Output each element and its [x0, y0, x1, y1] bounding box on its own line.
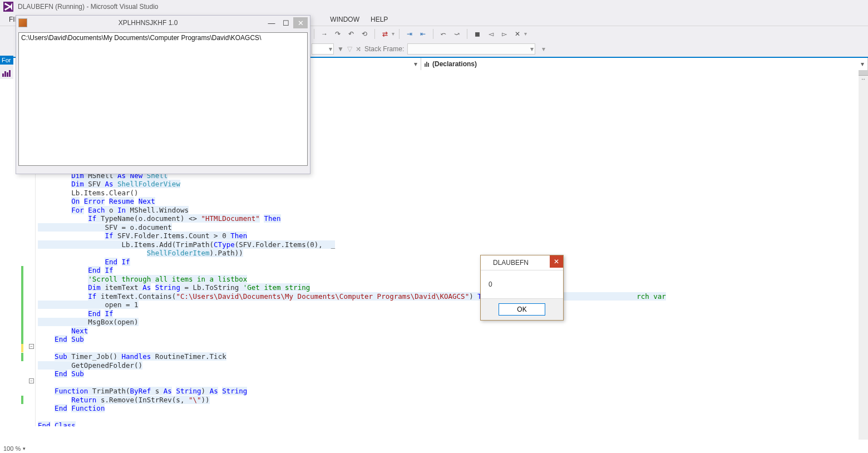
scope-combo-right[interactable]: (Declarations) ▾ [421, 58, 868, 70]
form-tab[interactable]: For [0, 56, 13, 65]
indent-left-icon[interactable]: ⇥ [404, 28, 415, 40]
app-listbox[interactable]: C:\Users\David\Documents\My Documents\Co… [18, 32, 308, 166]
stack-frame-label: Stack Frame: [364, 45, 404, 53]
msgbox-close-button[interactable]: ✕ [550, 255, 563, 268]
members-icon [425, 62, 429, 67]
data-sources-icon[interactable] [2, 68, 11, 77]
collapse-box-icon[interactable]: − [29, 378, 34, 383]
chevron-down-icon[interactable]: ▾ [23, 446, 26, 451]
change-marker [21, 396, 23, 404]
bookmark-clear-icon[interactable]: ✕ [512, 28, 523, 40]
msgbox-ok-button[interactable]: OK [499, 303, 545, 316]
change-marker [21, 266, 23, 344]
process-combo[interactable]: ▾ [312, 43, 334, 55]
running-app-window[interactable]: XPLHHNSJKHF 1.0 — ☐ ✕ C:\Users\David\Doc… [16, 15, 310, 174]
app-window-title: XPLHHNSJKHF 1.0 [32, 19, 264, 27]
sep [314, 29, 314, 39]
change-marker-yellow [21, 344, 23, 352]
step-over-icon[interactable]: ↷ [332, 28, 343, 40]
list-item[interactable]: C:\Users\David\Documents\My Documents\Co… [21, 34, 305, 42]
bookmark-prev-icon[interactable]: ◅ [485, 28, 496, 40]
sep [399, 29, 400, 39]
app-window-titlebar[interactable]: XPLHHNSJKHF 1.0 — ☐ ✕ [16, 16, 310, 30]
sep [433, 29, 433, 39]
bookmark-icon[interactable]: ◼ [472, 28, 483, 40]
nav-fwd-icon[interactable]: ⤻ [451, 28, 462, 40]
sep [467, 29, 467, 39]
indent-right-icon[interactable]: ⇤ [417, 28, 428, 40]
filter-icon[interactable]: ▼ [337, 45, 344, 53]
dropdown-caret-icon[interactable]: ▾ [524, 31, 527, 37]
zoom-indicator[interactable]: 100 % ▾ [0, 444, 26, 453]
app-icon [18, 18, 27, 27]
filter-clear-icon[interactable]: ▽ [347, 45, 352, 53]
chevron-down-icon: ▾ [414, 60, 417, 68]
msgbox-footer: OK [481, 298, 563, 320]
message-box: DLAUBEFN ✕ 0 OK [480, 255, 564, 321]
split-grip-icon[interactable] [859, 70, 868, 76]
collapse-horizontal-icon[interactable]: ↔ [859, 76, 868, 82]
sep [374, 29, 375, 39]
vs-logo-icon [3, 2, 13, 12]
zoom-value: 100 % [3, 445, 21, 452]
bookmark-next-icon[interactable]: ▻ [499, 28, 510, 40]
step-into-icon[interactable]: → [319, 28, 330, 40]
collapse-box-icon[interactable]: − [29, 344, 34, 349]
left-tool-strip: For [0, 56, 13, 79]
vertical-scrollbar[interactable]: ↔ [859, 70, 868, 440]
titlebar: DLAUBEFN (Running) - Microsoft Visual St… [0, 0, 868, 13]
dropdown-caret-icon[interactable]: ▾ [542, 45, 545, 53]
restart-icon[interactable]: ⟲ [359, 28, 370, 40]
dropdown-caret-icon[interactable]: ▾ [392, 31, 394, 37]
maximize-button[interactable]: ☐ [279, 17, 293, 28]
title-text: DLAUBEFN (Running) - Microsoft Visual St… [18, 3, 159, 11]
minimize-button[interactable]: — [264, 17, 279, 28]
stack-frame-combo[interactable]: ▾ [407, 43, 535, 55]
close-button[interactable]: ✕ [293, 17, 308, 28]
hex-toggle-icon[interactable]: ⇄ [379, 28, 391, 40]
menu-help[interactable]: HELP [365, 14, 393, 24]
threads-icon[interactable]: ⤨ [356, 45, 361, 53]
step-out-icon[interactable]: ↶ [346, 28, 357, 40]
change-marker [21, 353, 23, 361]
declarations-label: (Declarations) [432, 60, 477, 68]
nav-back-icon[interactable]: ⤺ [438, 28, 449, 40]
msgbox-body: 0 [481, 270, 563, 298]
menu-window[interactable]: WINDOW [324, 14, 365, 24]
chevron-down-icon: ▾ [861, 60, 864, 68]
